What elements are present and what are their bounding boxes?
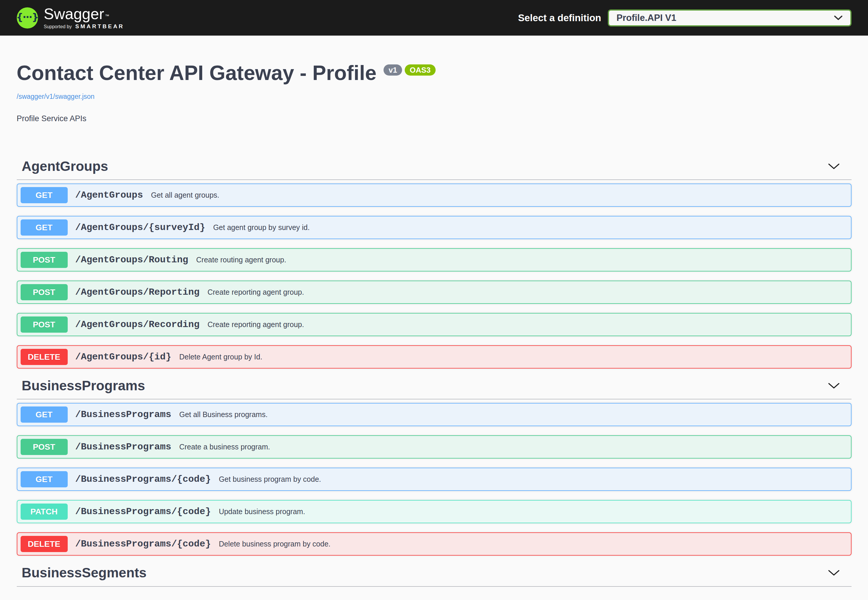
method-badge: DELETE	[21, 349, 68, 365]
section-heading-AgentGroups[interactable]: AgentGroups	[17, 158, 851, 180]
swagger-logo[interactable]: {···} Swagger ™ Supported by SMARTBEAR	[17, 6, 125, 30]
chevron-down-icon	[828, 163, 840, 170]
api-info: Contact Center API Gateway - Profile v1 …	[17, 36, 851, 123]
operation-summary: Delete Agent group by Id.	[179, 353, 262, 361]
operation-path: /BusinessPrograms/{code}	[75, 474, 211, 485]
operation-summary: Get all Business programs.	[179, 410, 268, 419]
brand-name: Swagger	[44, 6, 104, 21]
section-BusinessPrograms: BusinessProgramsGET/BusinessProgramsGet …	[17, 378, 851, 556]
opblock-get-row[interactable]: GET/AgentGroupsGet all agent groups.	[17, 183, 851, 207]
opblock-patch-row[interactable]: PATCH/BusinessPrograms/{code}Update busi…	[17, 500, 851, 523]
opblock-post-row[interactable]: POST/BusinessProgramsCreate a business p…	[17, 435, 851, 459]
smartbear-brand: SMARTBEAR	[75, 23, 124, 30]
opblock-post-row[interactable]: POST/AgentGroups/ReportingCreate reporti…	[17, 280, 851, 304]
operation-path: /AgentGroups/{id}	[75, 352, 171, 362]
method-badge: POST	[21, 317, 68, 333]
operation-path: /BusinessPrograms	[75, 441, 171, 452]
supported-by-text: Supported by	[44, 24, 72, 29]
section-AgentGroups: AgentGroupsGET/AgentGroupsGet all agent …	[17, 158, 851, 368]
operation-path: /BusinessPrograms/{code}	[75, 506, 211, 517]
opblock-delete-row[interactable]: DELETE/BusinessPrograms/{code}Delete bus…	[17, 532, 851, 556]
chevron-down-icon	[828, 570, 840, 576]
section-title: BusinessPrograms	[22, 378, 145, 394]
operations-list: GET/AgentGroupsGet all agent groups.GET/…	[17, 180, 851, 368]
method-badge: GET	[21, 471, 68, 487]
method-badge: GET	[21, 406, 68, 423]
version-badge: v1	[383, 64, 402, 76]
trademark-symbol: ™	[105, 14, 109, 18]
operation-summary: Create routing agent group.	[196, 256, 286, 264]
section-heading-BusinessSegments[interactable]: BusinessSegments	[17, 565, 851, 586]
chevron-down-icon	[834, 15, 843, 21]
operation-path: /AgentGroups/Recording	[75, 319, 199, 330]
opblock-get-row[interactable]: GET/AgentGroups/{surveyId}Get agent grou…	[17, 216, 851, 239]
operation-path: /AgentGroups/Routing	[75, 255, 188, 265]
method-badge: POST	[21, 284, 68, 300]
opblock-get-row[interactable]: GET/BusinessProgramsGet all Business pro…	[17, 403, 851, 426]
topbar: {···} Swagger ™ Supported by SMARTBEAR S…	[0, 0, 868, 36]
operation-path: /BusinessPrograms/{code}	[75, 538, 211, 549]
operation-summary: Delete business program by code.	[219, 540, 330, 548]
operation-summary: Get all agent groups.	[151, 191, 219, 199]
method-badge: PATCH	[21, 503, 68, 520]
method-badge: POST	[21, 439, 68, 455]
operation-summary: Get business program by code.	[219, 475, 321, 483]
section-title: AgentGroups	[22, 158, 108, 174]
page-title: Contact Center API Gateway - Profile	[17, 63, 377, 83]
operation-path: /BusinessPrograms	[75, 409, 171, 420]
spec-json-link[interactable]: /swagger/v1/swagger.json	[17, 92, 95, 101]
section-heading-BusinessPrograms[interactable]: BusinessPrograms	[17, 378, 851, 399]
definition-select[interactable]: Profile.API V1	[608, 9, 851, 26]
opblock-post-row[interactable]: POST/AgentGroups/RoutingCreate routing a…	[17, 248, 851, 271]
operations-list	[17, 587, 851, 590]
operation-summary: Update business program.	[219, 508, 305, 516]
swagger-logo-icon: {···}	[17, 8, 38, 29]
operation-path: /AgentGroups/Reporting	[75, 287, 199, 298]
method-badge: GET	[21, 187, 68, 203]
definition-select-value: Profile.API V1	[617, 13, 676, 23]
section-title: BusinessSegments	[22, 565, 147, 581]
opblock-delete-row[interactable]: DELETE/AgentGroups/{id}Delete Agent grou…	[17, 345, 851, 368]
operation-path: /AgentGroups	[75, 190, 143, 201]
operations-sections: AgentGroupsGET/AgentGroupsGet all agent …	[17, 158, 851, 590]
operation-summary: Create a business program.	[179, 442, 270, 451]
chevron-down-icon	[828, 383, 840, 389]
opblock-get-row[interactable]: GET/BusinessPrograms/{code}Get business …	[17, 468, 851, 491]
api-description: Profile Service APIs	[17, 114, 851, 123]
operation-path: /AgentGroups/{surveyId}	[75, 222, 205, 233]
oas3-badge: OAS3	[405, 64, 436, 76]
section-BusinessSegments: BusinessSegments	[17, 565, 851, 590]
select-definition-label: Select a definition	[518, 12, 601, 24]
operation-summary: Create reporting agent group.	[208, 288, 304, 297]
method-badge: DELETE	[21, 536, 68, 552]
operations-list: GET/BusinessProgramsGet all Business pro…	[17, 399, 851, 556]
braces-icon: {···}	[16, 12, 38, 24]
operation-summary: Create reporting agent group.	[208, 320, 304, 329]
method-badge: POST	[21, 252, 68, 268]
opblock-post-row[interactable]: POST/AgentGroups/RecordingCreate reporti…	[17, 313, 851, 336]
operation-summary: Get agent group by survey id.	[213, 223, 310, 232]
method-badge: GET	[21, 220, 68, 236]
